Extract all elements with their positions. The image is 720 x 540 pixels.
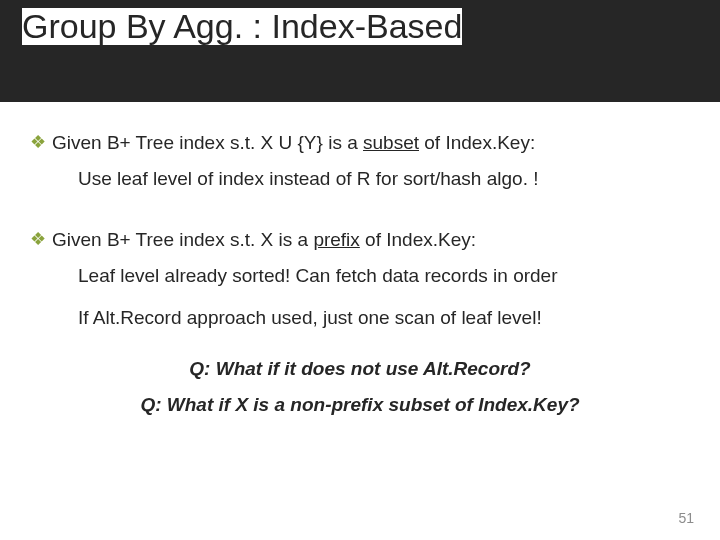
bullet-1-pre: Given B+ Tree index s.t. X U {Y} is a xyxy=(52,132,363,153)
sub-1: Use leaf level of index instead of R for… xyxy=(78,166,690,192)
bullet-glyph-icon: ❖ xyxy=(30,130,46,155)
slide-content: ❖ Given B+ Tree index s.t. X U {Y} is a … xyxy=(30,130,690,427)
bullet-1-text: Given B+ Tree index s.t. X U {Y} is a su… xyxy=(52,130,535,156)
slide-title: Group By Agg. : Index-Based xyxy=(22,8,462,45)
bullet-1-underlined: subset xyxy=(363,132,419,153)
bullet-glyph-icon: ❖ xyxy=(30,227,46,252)
bullet-2-post: of Index.Key: xyxy=(360,229,476,250)
bullet-2: ❖ Given B+ Tree index s.t. X is a prefix… xyxy=(30,227,690,253)
spacer xyxy=(30,201,690,227)
bullet-2-pre: Given B+ Tree index s.t. X is a xyxy=(52,229,313,250)
question-1: Q: What if it does not use Alt.Record? xyxy=(30,356,690,382)
page-number: 51 xyxy=(678,510,694,526)
spacer xyxy=(30,340,690,346)
sub-2a: Leaf level already sorted! Can fetch dat… xyxy=(78,263,690,289)
question-2: Q: What if X is a non-prefix subset of I… xyxy=(30,392,690,418)
slide-container: Group By Agg. : Index-Based ❖ Given B+ T… xyxy=(0,0,720,540)
bullet-1: ❖ Given B+ Tree index s.t. X U {Y} is a … xyxy=(30,130,690,156)
sub-2b: If Alt.Record approach used, just one sc… xyxy=(78,305,690,331)
bullet-2-text: Given B+ Tree index s.t. X is a prefix o… xyxy=(52,227,476,253)
bullet-2-underlined: prefix xyxy=(313,229,359,250)
bullet-1-post: of Index.Key: xyxy=(419,132,535,153)
